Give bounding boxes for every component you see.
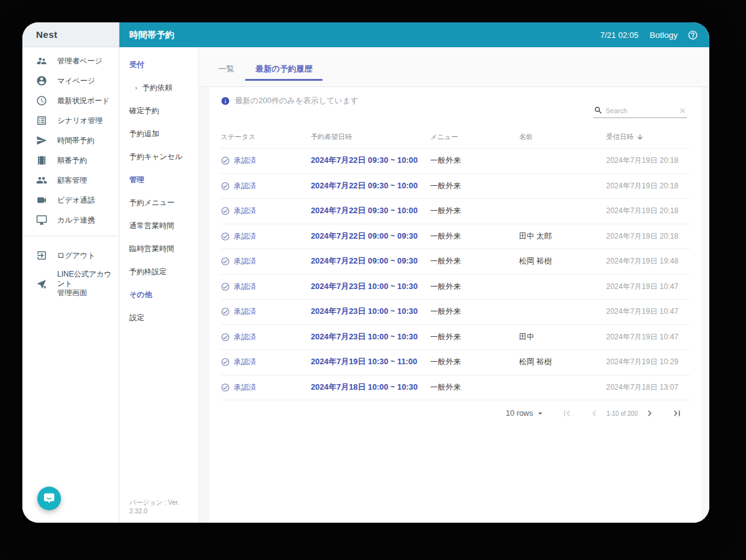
chevron-right-icon bbox=[133, 85, 139, 91]
name-cell: 松岡 裕樹 bbox=[519, 357, 606, 367]
sidebar-item-clock[interactable]: 最新状況ボード bbox=[22, 91, 119, 111]
list-alt-icon bbox=[36, 115, 47, 126]
search-box bbox=[594, 106, 687, 118]
check-circle-icon bbox=[221, 181, 230, 191]
table-row[interactable]: 承認済 2024年7月22日 09:30 ~ 10:00 一般外来 2024年7… bbox=[221, 173, 690, 199]
table-row[interactable]: 承認済 2024年7月22日 09:30 ~ 10:00 一般外来 2024年7… bbox=[221, 198, 690, 224]
menu-cell: 一般外来 bbox=[430, 181, 519, 191]
sidebar-item-theaters[interactable]: 順番予約 bbox=[22, 150, 119, 170]
submenu-item[interactable]: 設定 bbox=[129, 313, 195, 323]
account-circle-icon bbox=[36, 75, 47, 86]
received-cell: 2024年7月19日 10:47 bbox=[606, 332, 690, 342]
received-cell: 2024年7月18日 13:07 bbox=[606, 382, 690, 393]
sidebar-nav: 管理者ページ マイページ 最新状況ボード シナリオ管理 時間帯予約 順番予約 顧… bbox=[22, 47, 119, 230]
help-icon[interactable] bbox=[688, 30, 698, 40]
first-page-button[interactable] bbox=[561, 408, 573, 419]
sidebar-footer-nav: ログアウト LINE公式アカウント 管理画面 bbox=[22, 242, 119, 302]
table-row[interactable]: 承認済 2024年7月22日 09:00 ~ 09:30 一般外来 松岡 裕樹 … bbox=[221, 249, 690, 274]
check-circle-icon bbox=[221, 333, 230, 342]
menu-cell: 一般外来 bbox=[430, 231, 519, 242]
status-cell: 承認済 bbox=[221, 155, 311, 166]
sort-desc-icon bbox=[636, 133, 644, 141]
main-content: 一覧最新の予約履歴 最新の200件のみを表示しています bbox=[199, 47, 709, 523]
check-circle-icon bbox=[221, 307, 230, 316]
send-icon bbox=[36, 135, 47, 146]
status-cell: 承認済 bbox=[221, 282, 311, 292]
datetime-cell: 2024年7月18日 10:00 ~ 10:30 bbox=[311, 382, 430, 393]
last-page-icon bbox=[671, 408, 683, 419]
sidebar-item-send[interactable]: 時間帯予約 bbox=[22, 131, 119, 150]
chevron-left-icon bbox=[589, 408, 600, 419]
search-input[interactable] bbox=[603, 107, 678, 114]
info-icon bbox=[221, 96, 230, 106]
status-cell: 承認済 bbox=[221, 256, 311, 267]
submenu-item[interactable]: 予約追加 bbox=[129, 129, 195, 139]
app-window: Nest 管理者ページ マイページ 最新状況ボード シナリオ管理 時間帯予約 順… bbox=[22, 22, 709, 523]
submenu-section-title: その他 bbox=[129, 290, 195, 300]
check-circle-icon bbox=[221, 383, 230, 392]
supervisor-icon bbox=[36, 55, 47, 67]
clock-icon bbox=[36, 95, 47, 106]
submenu-item[interactable]: 通常営業時間 bbox=[129, 221, 195, 231]
videocam-icon bbox=[36, 195, 47, 206]
menu-cell: 一般外来 bbox=[430, 155, 519, 166]
menu-cell: 一般外来 bbox=[430, 256, 519, 267]
table-row[interactable]: 承認済 2024年7月23日 10:00 ~ 10:30 一般外来 2024年7… bbox=[221, 299, 690, 324]
status-cell: 承認済 bbox=[221, 382, 311, 393]
sidebar-item-logout[interactable]: ログアウト bbox=[22, 246, 119, 265]
last-page-button[interactable] bbox=[671, 408, 683, 419]
sidebar-divider bbox=[22, 236, 119, 236]
sidebar-item-list-alt[interactable]: シナリオ管理 bbox=[22, 111, 119, 131]
menu-cell: 一般外来 bbox=[430, 206, 519, 216]
submenu-item[interactable]: 臨時営業時間 bbox=[129, 244, 195, 254]
menu-cell: 一般外来 bbox=[430, 282, 519, 292]
table-row[interactable]: 承認済 2024年7月23日 10:00 ~ 10:30 一般外来 2024年7… bbox=[221, 274, 690, 300]
clear-icon[interactable] bbox=[678, 106, 687, 115]
sidebar-item-supervisor[interactable]: 管理者ページ bbox=[22, 51, 119, 71]
table-row[interactable]: 承認済 2024年7月22日 09:30 ~ 10:00 一般外来 2024年7… bbox=[221, 148, 690, 173]
column-header[interactable]: メニュー bbox=[430, 132, 519, 142]
datetime-cell: 2024年7月22日 09:00 ~ 09:30 bbox=[311, 256, 430, 267]
sidebar-item-line-admin[interactable]: LINE公式アカウント 管理画面 bbox=[22, 265, 119, 302]
submenu-item[interactable]: 予約メニュー bbox=[129, 198, 195, 208]
submenu-item[interactable]: 予約枠設定 bbox=[129, 267, 195, 277]
tab[interactable]: 一覧 bbox=[208, 57, 245, 81]
check-circle-icon bbox=[221, 156, 230, 165]
chat-fab[interactable] bbox=[37, 487, 61, 510]
column-header[interactable]: 受信日時 bbox=[606, 132, 690, 142]
tab[interactable]: 最新の予約履歴 bbox=[245, 57, 323, 81]
topbar-right: 7/21 02:05 Botlogy bbox=[601, 30, 698, 40]
submenu-item[interactable]: 確定予約 bbox=[129, 106, 195, 116]
received-cell: 2024年7月19日 10:47 bbox=[606, 282, 690, 292]
submenu-item[interactable]: 予約依頼 bbox=[129, 83, 195, 93]
chat-bubble-icon bbox=[42, 492, 56, 505]
check-circle-icon bbox=[221, 257, 230, 266]
received-cell: 2024年7月19日 20:18 bbox=[606, 155, 690, 166]
pagination: 10 rows 1-10 of 200 bbox=[210, 400, 701, 426]
right-pane: 時間帯予約 7/21 02:05 Botlogy 受付 予約依頼 確定予約 予約… bbox=[119, 22, 709, 523]
table-row[interactable]: 承認済 2024年7月19日 10:30 ~ 11:00 一般外来 松岡 裕樹 … bbox=[221, 349, 690, 375]
table-row[interactable]: 承認済 2024年7月22日 09:00 ~ 09:30 一般外来 田中 太郎 … bbox=[221, 224, 690, 249]
submenu-item[interactable]: 予約キャンセル bbox=[129, 152, 195, 162]
desktop-background: Nest 管理者ページ マイページ 最新状況ボード シナリオ管理 時間帯予約 順… bbox=[0, 0, 746, 560]
next-page-button[interactable] bbox=[644, 408, 655, 419]
sidebar-item-people[interactable]: 顧客管理 bbox=[22, 170, 119, 190]
sidebar-item-account-circle[interactable]: マイページ bbox=[22, 71, 119, 91]
table-row[interactable]: 承認済 2024年7月18日 10:00 ~ 10:30 一般外来 2024年7… bbox=[221, 375, 690, 400]
chevron-right-icon bbox=[644, 408, 655, 419]
column-header[interactable]: 予約希望日時 bbox=[311, 132, 430, 142]
column-header[interactable]: ステータス bbox=[221, 132, 311, 142]
column-header[interactable]: 名前 bbox=[519, 132, 606, 142]
rows-per-page-label[interactable]: 10 rows bbox=[506, 409, 533, 418]
submenu-section-title: 受付 bbox=[129, 60, 195, 70]
sidebar-item-videocam[interactable]: ビデオ通話 bbox=[22, 190, 119, 210]
table-row[interactable]: 承認済 2024年7月23日 10:00 ~ 10:30 一般外来 田中 202… bbox=[221, 324, 690, 350]
status-cell: 承認済 bbox=[221, 231, 311, 242]
caret-down-icon[interactable] bbox=[535, 408, 545, 418]
menu-cell: 一般外来 bbox=[430, 357, 519, 367]
received-cell: 2024年7月19日 20:18 bbox=[606, 206, 690, 216]
name-cell: 田中 bbox=[519, 332, 606, 342]
prev-page-button[interactable] bbox=[589, 408, 600, 419]
received-cell: 2024年7月19日 10:47 bbox=[606, 306, 690, 317]
sidebar-item-desktop[interactable]: カルテ連携 bbox=[22, 210, 119, 230]
